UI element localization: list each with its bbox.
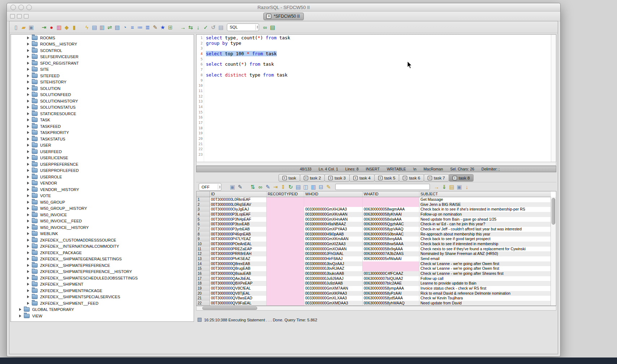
- tree-item-solutionfeed[interactable]: SOLUTIONFEED: [10, 92, 194, 98]
- close-tab-icon[interactable]: x: [428, 176, 432, 180]
- save-icon[interactable]: ▣: [27, 23, 35, 31]
- favorites-star-icon[interactable]: ★: [159, 23, 167, 31]
- table-cell[interactable]: 00T3000000QV8wsEAD: [210, 296, 267, 301]
- tree-item-weblink[interactable]: WEBLINK: [10, 231, 194, 237]
- table-cell[interactable]: 0033000000GmXIZAA3: [304, 242, 363, 247]
- disclosure-triangle-icon[interactable]: [27, 277, 29, 280]
- disclosure-triangle-icon[interactable]: [27, 264, 29, 267]
- table-cell[interactable]: 0033000000GmXHnAAN: [304, 217, 363, 222]
- highlight-icon[interactable]: ✎: [325, 183, 332, 191]
- column-header-whatid[interactable]: WHATID: [363, 191, 419, 197]
- table-cell[interactable]: Send email: [419, 256, 556, 261]
- results-search-input[interactable]: [335, 184, 430, 190]
- disclosure-triangle-icon[interactable]: [27, 55, 29, 58]
- mdi-button-icon[interactable]: [24, 14, 29, 18]
- disclosure-triangle-icon[interactable]: [27, 131, 29, 134]
- table-row[interactable]: 200T3000000L0RqSEAVGive Jenn a BIG RAISE…: [197, 202, 551, 207]
- table-cell[interactable]: 0033000000JFhGlAAL: [304, 251, 363, 256]
- table-cell[interactable]: Give Jenn a BIG RAISE: [419, 202, 556, 207]
- tree-item-staticresource[interactable]: STATICRESOURCE: [10, 110, 194, 117]
- table-cell[interactable]: [267, 242, 304, 247]
- disclosure-triangle-icon[interactable]: [27, 100, 29, 103]
- tree-item-taskpriority[interactable]: TASKPRIORITY: [10, 130, 194, 136]
- table-cell[interactable]: [267, 207, 304, 212]
- tree-item-user[interactable]: USER: [10, 142, 194, 149]
- tree-item-zkfedex-package[interactable]: ZKFEDEX__PACKAGE: [10, 250, 194, 256]
- history-log-icon[interactable]: ▤: [217, 23, 225, 31]
- import-connection-icon[interactable]: ⇥: [40, 23, 48, 31]
- tree-item-zkfedex-shipmategeneralsettings[interactable]: ZKFEDEX__SHIPMATEGENERALSETTINGS: [10, 256, 194, 263]
- sql-editor[interactable]: 1234567891011121314151617181920212223 se…: [196, 34, 556, 162]
- table-cell[interactable]: 00630000005S0bnAAC: [363, 232, 419, 237]
- tree-item-userlicense[interactable]: USERLICENSE: [10, 155, 194, 161]
- fetch-down-icon[interactable]: ↓: [194, 23, 202, 31]
- disclosure-triangle-icon[interactable]: [19, 315, 21, 317]
- tree-item-zkfedex-shipmatepreference-history[interactable]: ZKFEDEX__SHIPMATEPREFERENCE__HISTORY: [10, 269, 194, 275]
- table-cell[interactable]: 006300000058x9qAAA: [363, 247, 419, 252]
- grid-vertical-scrollbar[interactable]: [551, 197, 556, 306]
- disclosure-triangle-icon[interactable]: [27, 245, 29, 248]
- table-cell[interactable]: [363, 202, 419, 207]
- table-cell[interactable]: Check-in w/ Ed - can he join this year?: [419, 222, 556, 227]
- tree-item-vendor-history[interactable]: VENDOR__HISTORY: [10, 186, 194, 193]
- disclosure-triangle-icon[interactable]: [27, 150, 29, 153]
- notepad-edit-icon[interactable]: ▤: [448, 183, 456, 191]
- editor-horizontal-scrollbar[interactable]: [196, 162, 556, 166]
- disclosure-triangle-icon[interactable]: [27, 74, 29, 77]
- disclosure-triangle-icon[interactable]: [27, 163, 29, 166]
- table-cell[interactable]: [363, 197, 419, 202]
- tree-item-sitefeed[interactable]: SITEFEED: [10, 73, 194, 79]
- table-cell[interactable]: 006300000058wgmAAA: [363, 207, 419, 212]
- table-cell[interactable]: [267, 286, 304, 291]
- disconnect-icon[interactable]: ●: [48, 23, 55, 31]
- tree-item-zkfedex-shipment[interactable]: ZKFEDEX__SHIPMENT: [10, 281, 194, 288]
- table-cell[interactable]: 00T3000000P3LopEAF: [210, 212, 267, 217]
- tree-item-userprofilefeed[interactable]: USERPROFILEFEED: [10, 168, 194, 174]
- tree-item-zkfedex-shipmatepreference[interactable]: ZKFEDEX__SHIPMATEPREFERENCE: [10, 262, 194, 269]
- database-icon[interactable]: ▮: [70, 23, 78, 31]
- database-browser-tree[interactable]: ROOMSROOMS__HISTORYSCONTROLSELFSERVICEUS…: [10, 34, 194, 322]
- close-tab-icon[interactable]: x: [453, 176, 457, 180]
- table-row[interactable]: 500T3000000P3N4pEAF0033000000GmXHnAAN006…: [197, 217, 551, 222]
- table-copy-icon[interactable]: ⊟: [317, 183, 325, 191]
- pin-icon[interactable]: ◆: [63, 23, 70, 31]
- disclosure-triangle-icon[interactable]: [27, 125, 29, 128]
- table-cell[interactable]: 00T3000000QV8CfEAL: [210, 286, 267, 291]
- editor-vertical-scrollbar[interactable]: [551, 35, 556, 162]
- tree-item-rooms-history[interactable]: ROOMS__HISTORY: [10, 41, 194, 48]
- table-cell[interactable]: [267, 281, 304, 286]
- list-icon[interactable]: ≡: [129, 23, 136, 31]
- table-cell[interactable]: 00T3000000PRR8rEAH: [210, 251, 267, 256]
- table-cell[interactable]: 0033000000GmXKPAA3: [304, 291, 363, 296]
- table-cell[interactable]: 00630000005xfWaAAI: [363, 256, 419, 261]
- column-header-whoid[interactable]: WHOID: [304, 191, 363, 197]
- table-cell[interactable]: 0033000000JbukoAAB: [304, 271, 363, 276]
- table-row[interactable]: 2200T3000000QV9FaEAL0033000000GmXMDAA300…: [197, 301, 551, 306]
- close-window-icon[interactable]: [10, 5, 16, 10]
- table-cell[interactable]: [304, 197, 363, 202]
- disclosure-triangle-icon[interactable]: [27, 118, 29, 121]
- table-cell[interactable]: 00T3000000Q8rugEAB: [210, 266, 267, 271]
- disclosure-triangle-icon[interactable]: [27, 156, 29, 159]
- copy-results-icon[interactable]: ▥: [310, 183, 317, 191]
- table-cell[interactable]: Need update from David: [419, 301, 556, 306]
- close-tab-icon[interactable]: x: [304, 176, 308, 180]
- tree-item-w50-invoice-history[interactable]: W50_INVOICE__HISTORY: [10, 224, 194, 231]
- table-cell[interactable]: [267, 237, 304, 242]
- combo-stepper-icon[interactable]: ▴▾: [255, 25, 258, 30]
- table-row[interactable]: 300T3000000OiyJgEAJ0033000000GmXHJAA3006…: [197, 207, 551, 212]
- checklist-icon[interactable]: ▤: [91, 23, 98, 31]
- table-row[interactable]: 1400T3000000Q8rexEAB0033000000JbvQzAAJCh…: [197, 261, 551, 266]
- result-tab-task-5[interactable]: xtask 5: [374, 174, 400, 182]
- table-cell[interactable]: Check w/ Leanne - we're going after Shea…: [419, 271, 556, 276]
- disclosure-triangle-icon[interactable]: [27, 49, 29, 52]
- filter-edit-icon[interactable]: ✎: [236, 183, 244, 191]
- table-cell[interactable]: 00T3000000POeAnEAL: [210, 242, 267, 247]
- table-cell[interactable]: [363, 266, 419, 271]
- table-cell[interactable]: [267, 301, 304, 306]
- close-tab-icon[interactable]: x: [353, 176, 358, 180]
- disclosure-triangle-icon[interactable]: [27, 87, 29, 90]
- table-cell[interactable]: 00T3000000P3N4pEAF: [210, 217, 267, 222]
- disclosure-triangle-icon[interactable]: [27, 144, 29, 147]
- grid-hscroll-thumb[interactable]: [202, 307, 257, 310]
